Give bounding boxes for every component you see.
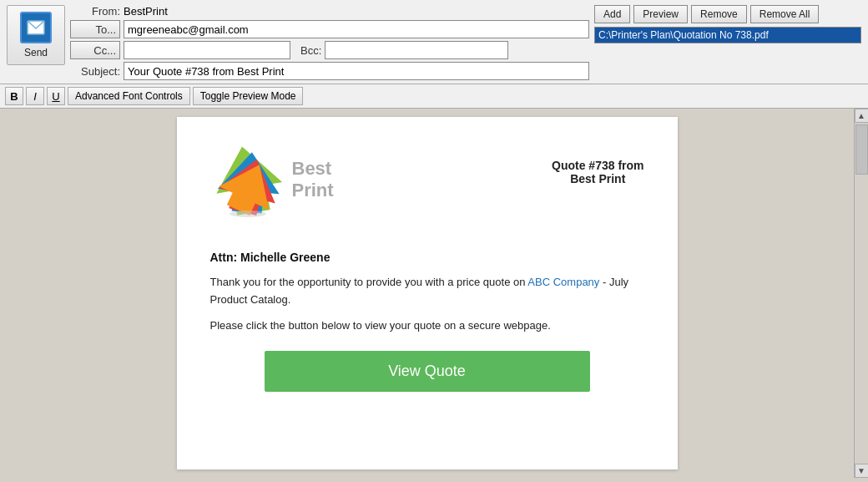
company-link[interactable]: ABC Company bbox=[527, 276, 599, 288]
from-value: BestPrint bbox=[124, 5, 168, 18]
formatting-toolbar: B I U Advanced Font Controls Toggle Prev… bbox=[0, 84, 868, 109]
subject-row: Subject: bbox=[70, 62, 589, 80]
send-icon bbox=[20, 12, 52, 43]
logo-text: Best Print bbox=[292, 158, 334, 202]
attachment-list: C:\Printer's Plan\Quotation No 738.pdf bbox=[594, 27, 861, 43]
email-fields: From: BestPrint To... Cc... Bcc: Subject… bbox=[70, 5, 589, 80]
scrollbar: ▲ ▼ bbox=[854, 109, 868, 478]
attachments-section: Add Preview Remove Remove All C:\Printer… bbox=[594, 5, 861, 43]
attachment-item[interactable]: C:\Printer's Plan\Quotation No 738.pdf bbox=[595, 28, 860, 43]
remove-button[interactable]: Remove bbox=[691, 5, 747, 23]
body-paragraph-2: Please click the button below to view yo… bbox=[210, 317, 644, 335]
font-controls-button[interactable]: Advanced Font Controls bbox=[68, 87, 190, 105]
email-header-bar: Send From: BestPrint To... Cc... Bcc: Su… bbox=[0, 0, 868, 84]
logo-area: Best Print bbox=[210, 142, 334, 217]
cc-bcc-row: Cc... Bcc: bbox=[70, 41, 589, 59]
cc-input[interactable] bbox=[124, 41, 290, 59]
from-label: From: bbox=[70, 5, 120, 18]
italic-button[interactable]: I bbox=[26, 87, 44, 105]
svg-point-5 bbox=[230, 211, 266, 217]
send-button[interactable]: Send bbox=[7, 5, 65, 65]
email-body-scroll[interactable]: Best Print Quote #738 from Best Print At… bbox=[0, 109, 854, 478]
body-paragraph-1: Thank you for the opportunity to provide… bbox=[210, 274, 644, 309]
bestprint-logo bbox=[210, 142, 285, 217]
underline-button[interactable]: U bbox=[47, 87, 65, 105]
subject-label: Subject: bbox=[70, 65, 120, 78]
email-content: Best Print Quote #738 from Best Print At… bbox=[177, 117, 678, 469]
attach-buttons: Add Preview Remove Remove All bbox=[594, 5, 861, 23]
from-row: From: BestPrint bbox=[70, 5, 589, 18]
remove-all-button[interactable]: Remove All bbox=[750, 5, 820, 23]
quote-title: Quote #738 from Best Print bbox=[552, 159, 643, 185]
to-button[interactable]: To... bbox=[70, 20, 120, 38]
to-input[interactable] bbox=[124, 20, 589, 38]
toggle-preview-button[interactable]: Toggle Preview Mode bbox=[193, 87, 304, 105]
send-label: Send bbox=[24, 47, 48, 58]
scroll-up-arrow[interactable]: ▲ bbox=[855, 109, 869, 123]
attn-line: Attn: Michelle Greene bbox=[210, 251, 644, 264]
view-quote-button[interactable]: View Quote bbox=[265, 351, 590, 392]
add-button[interactable]: Add bbox=[594, 5, 630, 23]
cc-button[interactable]: Cc... bbox=[70, 41, 120, 59]
bcc-label: Bcc: bbox=[300, 44, 321, 57]
preview-button[interactable]: Preview bbox=[633, 5, 688, 23]
bold-button[interactable]: B bbox=[5, 87, 23, 105]
subject-input[interactable] bbox=[124, 62, 589, 80]
email-body-wrapper: Best Print Quote #738 from Best Print At… bbox=[0, 109, 868, 478]
email-logo-header: Best Print Quote #738 from Best Print bbox=[210, 142, 644, 217]
bcc-input[interactable] bbox=[325, 41, 508, 59]
scroll-down-arrow[interactable]: ▼ bbox=[855, 464, 869, 478]
scroll-thumb[interactable] bbox=[855, 124, 868, 175]
to-row: To... bbox=[70, 20, 589, 38]
